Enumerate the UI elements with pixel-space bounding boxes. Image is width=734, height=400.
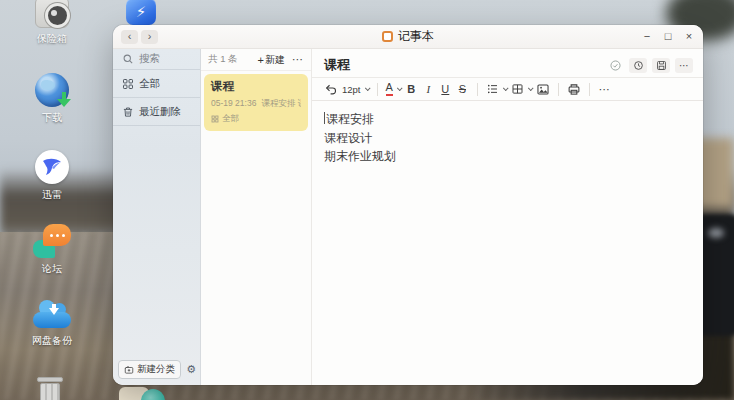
- desktop-icon-lightning[interactable]: ⚡: [123, 0, 159, 25]
- chevron-down-icon: [397, 85, 403, 91]
- trash-can-icon: [36, 377, 64, 400]
- search-placeholder: 搜索: [139, 52, 160, 66]
- note-card-preview: 课程安排 课程设...: [261, 98, 301, 108]
- note-card[interactable]: 课程 05-19 21:36课程安排 课程设... 全部: [204, 74, 308, 131]
- toolbar-separator: [377, 83, 378, 96]
- note-body-editor[interactable]: 课程安排 课程设计 期末作业规划: [312, 101, 703, 385]
- plus-icon: +: [258, 54, 264, 66]
- image-icon[interactable]: [534, 80, 552, 98]
- new-category-button[interactable]: 新建分类: [118, 360, 181, 379]
- wallpaper-motorcycle-glint: [708, 228, 724, 238]
- toolbar-separator: [589, 83, 590, 96]
- lightning-icon: ⚡: [126, 0, 156, 25]
- desktop-icon-forum[interactable]: 论坛: [16, 224, 88, 276]
- new-note-button[interactable]: + 新建: [258, 53, 285, 67]
- more-icon[interactable]: ⋯: [675, 58, 693, 73]
- toolbar-more-button[interactable]: ⋯: [596, 80, 613, 98]
- printer-icon[interactable]: [565, 80, 583, 98]
- grid-mini-icon: [211, 115, 219, 123]
- note-body-line: 期末作业规划: [324, 147, 691, 166]
- search-input[interactable]: 搜索: [113, 49, 200, 70]
- bullet-list-icon[interactable]: [484, 80, 509, 98]
- chevron-down-icon: [364, 85, 370, 91]
- desktop-icon-cloud-backup[interactable]: 网盘备份: [16, 300, 88, 348]
- font-size-select[interactable]: 12pt: [340, 80, 371, 98]
- desktop-icon-label: 迅雷: [42, 188, 62, 202]
- sidebar-item-label: 最近删除: [139, 105, 181, 119]
- back-button[interactable]: ‹: [121, 30, 138, 44]
- check-circle-icon: [606, 58, 624, 73]
- strikethrough-button[interactable]: S: [454, 80, 471, 98]
- search-icon: [122, 53, 134, 65]
- close-button[interactable]: ×: [683, 31, 695, 42]
- gear-icon[interactable]: ⚙: [186, 363, 196, 376]
- editor-header: 课程 ⋯: [312, 49, 703, 77]
- window-title: 记事本: [398, 28, 434, 45]
- minimize-button[interactable]: −: [641, 31, 653, 42]
- text-caret: [324, 112, 325, 124]
- sidebar-bottom-bar: 新建分类 ⚙: [118, 360, 196, 379]
- desktop-icon-label: 保险箱: [37, 32, 67, 46]
- note-body-line: 课程安排: [324, 110, 691, 129]
- desktop-icon-download[interactable]: 下载: [16, 73, 88, 125]
- maximize-button[interactable]: □: [662, 31, 674, 42]
- notes-list-header: 共 1 条 + 新建 ⋯: [201, 49, 311, 71]
- notes-app-window: ‹ › 记事本 − □ × 搜索: [113, 25, 703, 385]
- desktop-icon-xunlei[interactable]: 迅雷: [16, 150, 88, 202]
- sidebar-item-recently-deleted[interactable]: 最近删除: [113, 98, 200, 126]
- note-title-field[interactable]: 课程: [324, 56, 350, 74]
- note-body-line: 课程设计: [324, 129, 691, 148]
- desktop-icon-label: 论坛: [42, 262, 62, 276]
- desktop-screen: ⚡ 保险箱 下载 迅雷 论坛 网盘备份: [0, 0, 734, 400]
- safe-icon: [35, 0, 69, 28]
- desktop-icon-label: 网盘备份: [32, 334, 72, 348]
- save-icon[interactable]: [652, 58, 670, 73]
- window-controls: − □ ×: [641, 31, 695, 42]
- globe-download-icon: [35, 73, 69, 107]
- notes-count: 共 1 条: [208, 53, 238, 66]
- sidebar: 搜索 全部 最近删除: [113, 49, 200, 385]
- table-icon[interactable]: [509, 80, 534, 98]
- folder-plus-icon: [124, 365, 134, 375]
- bold-button[interactable]: B: [403, 80, 420, 98]
- note-card-title: 课程: [211, 79, 301, 94]
- italic-button[interactable]: I: [420, 80, 437, 98]
- note-card-meta: 05-19 21:36课程安排 课程设...: [211, 98, 301, 110]
- underline-button[interactable]: U: [437, 80, 454, 98]
- desktop-icon-label: 下载: [42, 111, 62, 125]
- sidebar-item-all[interactable]: 全部: [113, 70, 200, 98]
- forward-button[interactable]: ›: [141, 30, 158, 44]
- undo-arrow-icon[interactable]: [322, 80, 340, 98]
- sidebar-item-label: 全部: [139, 77, 160, 91]
- desktop-icon-safe[interactable]: 保险箱: [16, 0, 88, 46]
- notes-list-panel: 共 1 条 + 新建 ⋯ 课程 05-19 21:36课程安排 课程设...: [200, 49, 312, 385]
- note-card-tag: 全部: [211, 113, 301, 125]
- chat-bubbles-icon: [33, 224, 71, 258]
- editor-toolbar: 12pt A B I U S: [312, 77, 703, 101]
- history-icon[interactable]: [629, 58, 647, 73]
- cloud-backup-icon: [33, 300, 71, 330]
- notepad-icon: [382, 31, 393, 42]
- window-titlebar: ‹ › 记事本 − □ ×: [113, 25, 703, 49]
- list-more-button[interactable]: ⋯: [292, 53, 304, 66]
- grid-icon: [122, 78, 134, 90]
- desktop-icon-trash[interactable]: [36, 377, 64, 400]
- editor-status-actions: ⋯: [606, 58, 693, 73]
- chevron-down-icon: [503, 85, 509, 91]
- editor-panel: 课程 ⋯: [312, 49, 703, 385]
- nav-buttons: ‹ ›: [121, 30, 158, 44]
- note-card-date: 05-19 21:36: [211, 98, 256, 108]
- window-title-group: 记事本: [382, 28, 434, 45]
- thunder-bird-icon: [35, 150, 69, 184]
- new-category-label: 新建分类: [137, 363, 175, 376]
- toolbar-separator: [477, 83, 478, 96]
- font-color-button[interactable]: A: [384, 80, 403, 98]
- chevron-down-icon: [528, 85, 534, 91]
- toolbar-separator: [558, 83, 559, 96]
- trash-icon: [122, 106, 134, 118]
